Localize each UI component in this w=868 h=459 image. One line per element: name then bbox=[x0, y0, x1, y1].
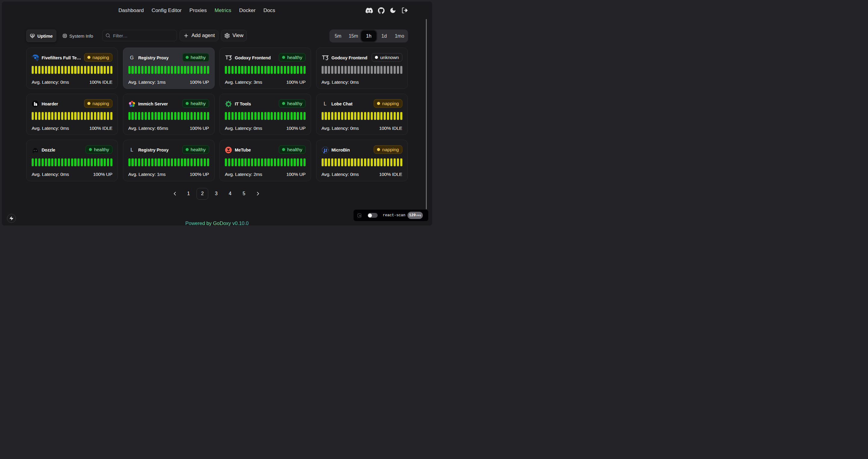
svg-text:μ: μ bbox=[323, 146, 327, 153]
